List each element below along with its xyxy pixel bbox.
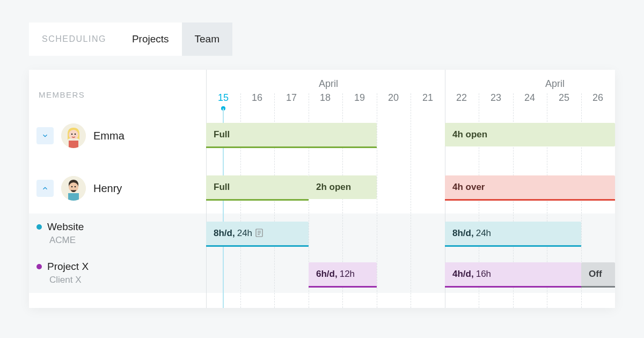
bar-projectx-b[interactable]: 4h/d,16h bbox=[445, 262, 581, 286]
svg-point-2 bbox=[71, 134, 73, 135]
bar-underline bbox=[206, 199, 309, 201]
tabs-section-label: SCHEDULING bbox=[29, 23, 119, 56]
bar-henry-over[interactable]: 4h over bbox=[445, 175, 615, 199]
tabs-bar: SCHEDULING Projects Team bbox=[29, 23, 232, 56]
bar-underline bbox=[581, 286, 615, 288]
member-name-henry: Henry bbox=[93, 182, 122, 195]
day-25: 25 bbox=[556, 92, 572, 104]
grid-dash bbox=[377, 93, 377, 308]
svg-point-3 bbox=[75, 134, 76, 135]
bar-website-b[interactable]: 8h/d,24h bbox=[445, 222, 581, 245]
bar-underline bbox=[206, 245, 309, 247]
project-dot-icon bbox=[36, 224, 42, 230]
bar-henry-full[interactable]: Full bbox=[206, 175, 309, 199]
chevron-down-icon bbox=[41, 132, 49, 139]
collapse-toggle-henry[interactable] bbox=[36, 180, 54, 197]
month-label-2: April bbox=[545, 78, 565, 90]
day-18: 18 bbox=[317, 92, 333, 104]
project-row-projectx[interactable]: Project X Client X bbox=[36, 261, 89, 285]
grid-dash bbox=[411, 93, 411, 308]
bar-underline bbox=[206, 146, 377, 148]
bar-underline bbox=[309, 286, 377, 288]
bar-website-a[interactable]: 8h/d,24h bbox=[206, 222, 309, 245]
sidebar: MEMBERS Emma bbox=[29, 70, 206, 308]
avatar-henry bbox=[61, 176, 86, 201]
tab-team[interactable]: Team bbox=[182, 23, 232, 56]
member-row-henry: Henry bbox=[36, 176, 122, 201]
bar-henry-open[interactable]: 2h open bbox=[309, 175, 377, 199]
project-client-website: ACME bbox=[49, 235, 84, 246]
project-name-website: Website bbox=[47, 221, 84, 233]
member-row-emma: Emma bbox=[36, 123, 125, 148]
member-name-emma: Emma bbox=[93, 130, 125, 142]
svg-point-1 bbox=[69, 130, 78, 139]
svg-rect-4 bbox=[69, 141, 78, 148]
month-label-1: April bbox=[319, 78, 338, 90]
day-23: 23 bbox=[488, 92, 504, 104]
scheduling-panel: MEMBERS Emma bbox=[29, 70, 615, 308]
day-20: 20 bbox=[385, 92, 401, 104]
bar-underline bbox=[445, 199, 615, 201]
day-21: 21 bbox=[420, 92, 436, 104]
svg-point-8 bbox=[75, 186, 76, 188]
project-name-projectx: Project X bbox=[47, 261, 89, 273]
bar-emma-open[interactable]: 4h open bbox=[445, 123, 615, 146]
svg-rect-9 bbox=[68, 193, 79, 201]
svg-point-7 bbox=[71, 186, 73, 188]
avatar-emma bbox=[61, 123, 86, 148]
day-19: 19 bbox=[352, 92, 368, 104]
day-17: 17 bbox=[283, 92, 299, 104]
members-header: MEMBERS bbox=[39, 90, 85, 99]
project-row-website[interactable]: Website ACME bbox=[36, 221, 84, 246]
note-icon bbox=[255, 229, 263, 239]
expand-toggle-emma[interactable] bbox=[36, 127, 54, 144]
day-26: 26 bbox=[590, 92, 606, 104]
bar-underline bbox=[445, 286, 581, 288]
day-15: 15 bbox=[215, 92, 231, 104]
bar-projectx-a[interactable]: 6h/d,12h bbox=[309, 262, 377, 286]
bar-emma-full[interactable]: Full bbox=[206, 123, 377, 146]
day-22: 22 bbox=[453, 92, 470, 104]
timeline[interactable]: April April 15 16 17 18 19 20 21 22 23 2… bbox=[206, 70, 615, 308]
chevron-up-icon bbox=[41, 185, 49, 192]
day-24: 24 bbox=[522, 92, 538, 104]
day-16: 16 bbox=[249, 92, 265, 104]
tab-projects[interactable]: Projects bbox=[119, 23, 182, 56]
bar-off[interactable]: Off bbox=[581, 262, 615, 286]
project-client-projectx: Client X bbox=[49, 275, 89, 285]
project-dot-icon bbox=[36, 264, 42, 269]
bar-underline bbox=[445, 245, 581, 247]
